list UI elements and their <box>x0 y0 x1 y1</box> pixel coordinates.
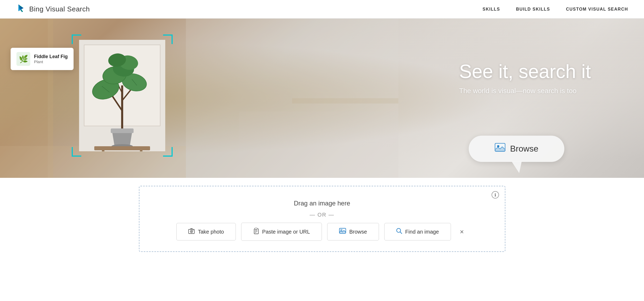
hero-headline: See it, search it <box>459 61 591 82</box>
svg-line-45 <box>400 232 402 234</box>
hero-text-block: See it, search it The world is visual—no… <box>459 61 591 95</box>
close-button[interactable]: × <box>456 226 468 238</box>
plant-type: Plant <box>34 59 68 64</box>
action-buttons: Take photo Paste image or URL <box>176 223 468 241</box>
browse-bubble-label: Browse <box>510 144 539 154</box>
hero-section: 🌿 Fiddle Leaf Fig Plant See it, search i… <box>0 19 644 178</box>
header-nav: SKILLS BUILD SKILLS CUSTOM VISUAL SEARCH <box>483 7 628 12</box>
browse-icon <box>339 228 346 235</box>
site-title: Bing Visual Search <box>29 5 90 13</box>
svg-rect-26 <box>102 150 105 151</box>
svg-rect-23 <box>111 128 134 133</box>
tooltip-plant-icon: 🌿 <box>16 52 30 66</box>
plant-container: 🌿 Fiddle Leaf Fig Plant <box>72 35 173 157</box>
svg-rect-25 <box>94 146 150 150</box>
camera-icon <box>188 228 195 235</box>
browse-btn-label: Browse <box>349 229 367 235</box>
svg-rect-38 <box>255 228 257 229</box>
hero-subline: The world is visual—now search is too <box>459 87 591 95</box>
plant-name: Fiddle Leaf Fig <box>34 54 68 59</box>
tooltip-text: Fiddle Leaf Fig Plant <box>34 54 68 64</box>
or-divider: — OR — <box>310 212 334 218</box>
paste-image-button[interactable]: Paste image or URL <box>241 223 322 241</box>
take-photo-button[interactable]: Take photo <box>176 223 236 240</box>
plant-image <box>77 40 167 151</box>
image-icon <box>495 143 505 152</box>
info-icon[interactable]: ℹ <box>492 191 499 199</box>
search-icon <box>396 228 402 235</box>
plant-tooltip: 🌿 Fiddle Leaf Fig Plant <box>11 48 74 70</box>
svg-rect-4 <box>292 98 398 104</box>
header-left: Bing Visual Search <box>16 5 90 14</box>
plant-selection-box <box>72 35 173 157</box>
take-photo-label: Take photo <box>198 229 224 235</box>
browse-button[interactable]: Browse <box>327 223 379 240</box>
drag-text: Drag an image here <box>294 200 350 207</box>
browse-bubble[interactable]: Browse <box>469 136 564 162</box>
paste-image-label: Paste image or URL <box>262 229 310 235</box>
bottom-panel: ℹ Drag an image here — OR — Take photo <box>0 178 644 263</box>
nav-skills[interactable]: SKILLS <box>483 7 500 12</box>
svg-rect-5 <box>239 111 398 178</box>
nav-custom-visual-search[interactable]: CUSTOM VISUAL SEARCH <box>566 7 628 12</box>
svg-point-43 <box>341 229 342 231</box>
find-image-label: Find an image <box>405 229 439 235</box>
svg-point-34 <box>191 231 192 232</box>
svg-rect-27 <box>140 150 143 151</box>
svg-point-31 <box>497 145 499 147</box>
plant-svg <box>77 40 167 151</box>
svg-rect-35 <box>193 230 194 230</box>
browse-bubble-icon <box>495 143 505 154</box>
paste-icon <box>253 228 259 236</box>
header: Bing Visual Search SKILLS BUILD SKILLS C… <box>0 0 644 19</box>
nav-build-skills[interactable]: BUILD SKILLS <box>516 7 550 12</box>
find-image-button[interactable]: Find an image <box>384 223 451 240</box>
drop-zone[interactable]: ℹ Drag an image here — OR — Take photo <box>139 186 505 252</box>
bing-logo-icon <box>16 5 25 14</box>
